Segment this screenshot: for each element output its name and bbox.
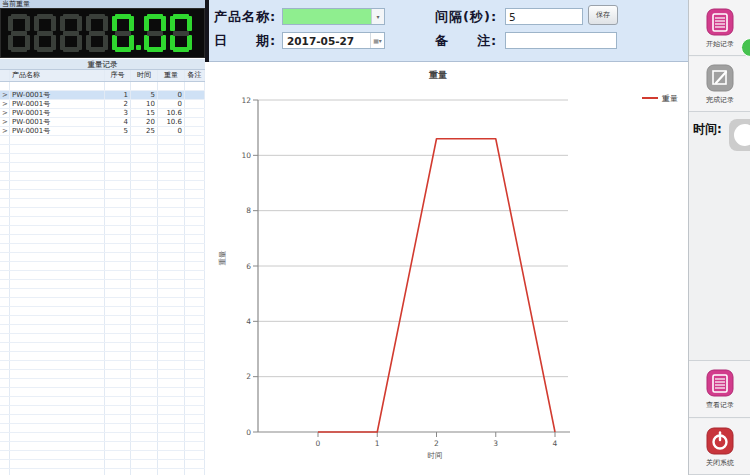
led-digit-unlit: [60, 14, 82, 52]
led-digit: [144, 14, 166, 52]
led-digit-unlit: [8, 14, 30, 52]
row-indicator: [0, 451, 10, 459]
cell-weight: [158, 460, 185, 468]
cell-seq: [105, 145, 131, 153]
cell-weight: [158, 352, 185, 360]
svg-text:6: 6: [246, 262, 251, 271]
table-empty-row: [0, 289, 205, 298]
table-empty-row: [0, 307, 205, 316]
cell-seq: [105, 82, 131, 90]
cell-time: 25: [131, 127, 158, 135]
led-digit-unlit: [86, 14, 108, 52]
finish-record-button[interactable]: 完成记录: [689, 57, 750, 112]
table-empty-row: [0, 334, 205, 343]
cell-time: [131, 172, 158, 180]
row-indicator: [0, 280, 10, 288]
cell-product: [10, 307, 105, 315]
cell-weight: [158, 136, 185, 144]
cell-weight: [158, 217, 185, 225]
table-empty-row: [0, 370, 205, 379]
table-row[interactable]: >PW-0001号31510.6: [0, 109, 205, 118]
table-empty-row: [0, 253, 205, 262]
svg-text:2: 2: [246, 372, 251, 381]
record-table-body[interactable]: >PW-0001号150>PW-0001号2100>PW-0001号31510.…: [0, 82, 205, 475]
cell-time: [131, 136, 158, 144]
date-value: 2017-05-27: [283, 35, 370, 47]
cell-weight: [158, 181, 185, 189]
row-indicator: [0, 343, 10, 351]
cell-time: [131, 469, 158, 475]
sidebar: 开始记录 完成记录 时间: 查看记录 关闭系统: [688, 0, 750, 475]
row-indicator: [0, 370, 10, 378]
record-table[interactable]: 重量记录 产品名称序号时间重量备注 >PW-0001号150>PW-0001号2…: [0, 59, 205, 475]
weight-chart: 重量重量02468101201234重量时间: [205, 62, 688, 475]
cell-seq: [105, 253, 131, 261]
cell-weight: [158, 343, 185, 351]
table-empty-row: [0, 181, 205, 190]
cell-product: [10, 334, 105, 342]
cell-note: [185, 253, 205, 261]
row-indicator: [0, 271, 10, 279]
cell-product: [10, 154, 105, 162]
table-row[interactable]: >PW-0001号42010.6: [0, 118, 205, 127]
cell-product: [10, 262, 105, 270]
cell-product: [10, 199, 105, 207]
cell-seq: [105, 154, 131, 162]
row-indicator: [0, 379, 10, 387]
row-indicator: [0, 307, 10, 315]
cell-product: [10, 469, 105, 475]
cell-note: [185, 442, 205, 450]
row-indicator: [0, 334, 10, 342]
cell-note: [185, 190, 205, 198]
product-name-combo[interactable]: ▾: [282, 8, 385, 25]
chevron-down-icon[interactable]: ▾: [371, 9, 384, 24]
cell-weight: [158, 307, 185, 315]
cell-seq: [105, 424, 131, 432]
svg-text:12: 12: [241, 96, 251, 105]
cell-weight: 10.6: [158, 109, 185, 117]
cell-time: [131, 271, 158, 279]
cell-product: PW-0001号: [10, 127, 105, 135]
cell-seq: [105, 397, 131, 405]
table-empty-row: [0, 343, 205, 352]
interval-input[interactable]: [505, 8, 583, 25]
cell-note: [185, 298, 205, 306]
cell-time: [131, 370, 158, 378]
window-title-strip: 当前重量: [0, 0, 205, 8]
date-picker[interactable]: 2017-05-27 ▦▾: [282, 32, 385, 49]
row-indicator: [0, 82, 10, 90]
cell-weight: [158, 325, 185, 333]
row-indicator: [0, 415, 10, 423]
table-empty-row: [0, 433, 205, 442]
table-empty-row: [0, 352, 205, 361]
table-empty-row: [0, 424, 205, 433]
note-input[interactable]: [505, 32, 617, 49]
row-indicator: [0, 325, 10, 333]
table-row[interactable]: >PW-0001号5250: [0, 127, 205, 136]
cell-time: 10: [131, 100, 158, 108]
cell-weight: [158, 190, 185, 198]
cell-product: [10, 316, 105, 324]
cell-weight: [158, 82, 185, 90]
view-records-button[interactable]: 查看记录: [689, 360, 750, 418]
cell-weight: [158, 316, 185, 324]
cell-product: [10, 145, 105, 153]
column-header: 备注: [185, 70, 205, 81]
table-row[interactable]: >PW-0001号2100: [0, 100, 205, 109]
row-indicator: [0, 361, 10, 369]
cell-seq: [105, 298, 131, 306]
cell-note: [185, 172, 205, 180]
row-indicator: [0, 433, 10, 441]
cell-seq: [105, 442, 131, 450]
close-system-button[interactable]: 关闭系统: [689, 419, 750, 475]
row-indicator: >: [0, 91, 10, 99]
calendar-dropdown-icon[interactable]: ▦▾: [370, 33, 384, 48]
table-row[interactable]: >PW-0001号150: [0, 91, 205, 100]
cell-product: PW-0001号: [10, 118, 105, 126]
cell-product: [10, 163, 105, 171]
cell-product: [10, 433, 105, 441]
cell-weight: [158, 208, 185, 216]
power-icon: [705, 426, 735, 456]
cell-note: [185, 415, 205, 423]
save-button[interactable]: 保存: [588, 5, 618, 25]
